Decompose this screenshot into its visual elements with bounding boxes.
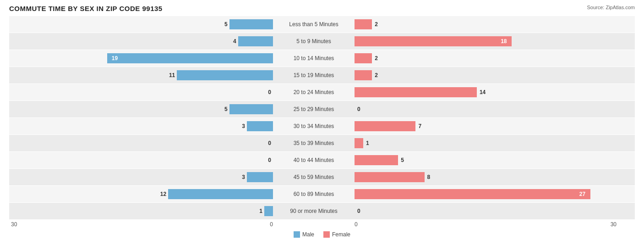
male-value: 3 — [242, 123, 245, 129]
legend-male: Male — [294, 231, 314, 238]
axis-row: 30 0 0 30 — [9, 221, 635, 228]
female-value: 2 — [375, 72, 378, 78]
male-value: 5 — [224, 21, 228, 28]
row-label: Less than 5 Minutes — [275, 21, 353, 28]
chart-row: 040 to 44 Minutes5 — [9, 152, 635, 168]
row-label: 25 to 29 Minutes — [275, 106, 353, 112]
chart-row: 1115 to 19 Minutes2 — [9, 67, 635, 84]
chart-area: 5Less than 5 Minutes245 to 9 Minutes1819… — [9, 16, 635, 219]
male-value: 4 — [233, 38, 236, 45]
legend-female: Female — [323, 231, 350, 238]
chart-row: 525 to 29 Minutes0 — [9, 101, 635, 117]
chart-row: 1910 to 14 Minutes2 — [9, 50, 635, 67]
legend-male-box — [294, 231, 300, 238]
female-value: 2 — [375, 55, 378, 61]
female-value: 1 — [366, 140, 369, 146]
female-value: 5 — [401, 157, 404, 163]
row-label: 5 to 9 Minutes — [275, 38, 353, 45]
male-value: 3 — [242, 174, 245, 180]
row-label: 40 to 44 Minutes — [275, 157, 353, 163]
row-label: 35 to 39 Minutes — [275, 140, 353, 146]
male-value: 12 — [160, 191, 166, 197]
axis-right: 0 30 — [353, 221, 618, 228]
axis-left-start: 30 — [11, 221, 17, 228]
male-value: 0 — [268, 140, 271, 146]
row-label: 45 to 59 Minutes — [275, 174, 353, 180]
row-label: 30 to 34 Minutes — [275, 123, 353, 129]
female-value: 7 — [418, 123, 421, 129]
chart-row: 190 or more Minutes0 — [9, 203, 635, 219]
legend-male-label: Male — [302, 231, 314, 238]
axis-right-end: 30 — [611, 221, 617, 228]
axis-left-end: 0 — [270, 221, 273, 228]
chart-row: 45 to 9 Minutes18 — [9, 33, 635, 50]
legend-female-label: Female — [332, 231, 350, 238]
female-value: 27 — [579, 191, 616, 197]
chart-row: 345 to 59 Minutes8 — [9, 169, 635, 185]
male-value: 0 — [268, 157, 271, 163]
source-text: Source: ZipAtlas.com — [587, 5, 635, 10]
row-label: 20 to 24 Minutes — [275, 89, 353, 95]
chart-row: 1260 to 89 Minutes27 — [9, 186, 635, 202]
row-label: 60 to 89 Minutes — [275, 191, 353, 197]
chart-row: 5Less than 5 Minutes2 — [9, 16, 635, 33]
axis-left: 30 0 — [9, 221, 275, 228]
row-label: 10 to 14 Minutes — [275, 55, 353, 61]
chart-row: 035 to 39 Minutes1 — [9, 135, 635, 151]
legend: Male Female — [9, 231, 635, 238]
chart-row: 330 to 34 Minutes7 — [9, 118, 635, 134]
chart-row: 020 to 24 Minutes14 — [9, 84, 635, 100]
female-value: 8 — [427, 174, 431, 180]
female-value: 18 — [501, 38, 616, 45]
male-value: 0 — [268, 89, 271, 95]
female-value: 14 — [480, 89, 486, 95]
male-value: 1 — [259, 208, 262, 214]
male-value: 19 — [112, 55, 118, 61]
row-label: 90 or more Minutes — [275, 208, 353, 214]
legend-female-box — [323, 231, 330, 238]
female-value: 0 — [357, 208, 360, 214]
female-value: 0 — [357, 106, 360, 112]
chart-title: COMMUTE TIME BY SEX IN ZIP CODE 99135 — [9, 5, 163, 12]
female-value: 2 — [375, 21, 378, 28]
male-value: 5 — [224, 106, 228, 112]
row-label: 15 to 19 Minutes — [275, 72, 353, 78]
male-value: 11 — [169, 72, 175, 78]
axis-right-start: 0 — [355, 221, 358, 228]
